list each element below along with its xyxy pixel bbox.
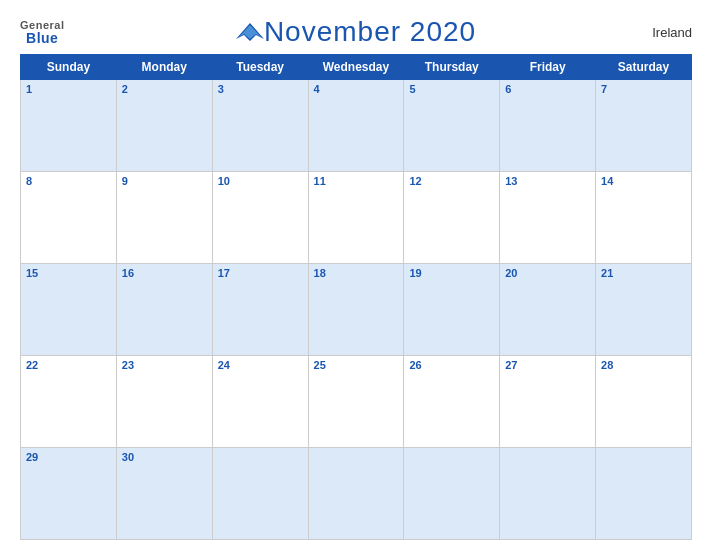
header-monday: Monday — [116, 55, 212, 80]
day-number: 5 — [409, 83, 415, 95]
weekday-header-row: Sunday Monday Tuesday Wednesday Thursday… — [21, 55, 692, 80]
day-number: 18 — [314, 267, 326, 279]
day-number: 13 — [505, 175, 517, 187]
calendar-table: Sunday Monday Tuesday Wednesday Thursday… — [20, 54, 692, 540]
calendar-cell: 10 — [212, 172, 308, 264]
header-wednesday: Wednesday — [308, 55, 404, 80]
header-thursday: Thursday — [404, 55, 500, 80]
calendar-cell: 26 — [404, 356, 500, 448]
day-number: 4 — [314, 83, 320, 95]
calendar-cell: 16 — [116, 264, 212, 356]
calendar-cell: 3 — [212, 80, 308, 172]
day-number: 14 — [601, 175, 613, 187]
calendar-cell — [308, 448, 404, 540]
calendar-cell: 22 — [21, 356, 117, 448]
calendar-cell: 15 — [21, 264, 117, 356]
day-number: 1 — [26, 83, 32, 95]
logo-bird-icon — [236, 21, 264, 43]
logo-text-block: General Blue — [20, 20, 64, 45]
calendar-cell: 14 — [596, 172, 692, 264]
country-label: Ireland — [652, 25, 692, 40]
svg-marker-1 — [238, 25, 262, 39]
calendar-cell: 17 — [212, 264, 308, 356]
calendar-week-row: 15161718192021 — [21, 264, 692, 356]
calendar-cell: 7 — [596, 80, 692, 172]
day-number: 3 — [218, 83, 224, 95]
day-number: 20 — [505, 267, 517, 279]
calendar-cell: 29 — [21, 448, 117, 540]
logo: General Blue — [236, 21, 264, 43]
day-number: 8 — [26, 175, 32, 187]
calendar-cell: 12 — [404, 172, 500, 264]
calendar-week-row: 1234567 — [21, 80, 692, 172]
day-number: 7 — [601, 83, 607, 95]
day-number: 12 — [409, 175, 421, 187]
day-number: 25 — [314, 359, 326, 371]
day-number: 27 — [505, 359, 517, 371]
logo-blue: Blue — [26, 31, 58, 45]
day-number: 16 — [122, 267, 134, 279]
calendar-cell: 19 — [404, 264, 500, 356]
calendar-cell: 28 — [596, 356, 692, 448]
calendar-cell: 4 — [308, 80, 404, 172]
calendar-cell: 13 — [500, 172, 596, 264]
calendar-cell: 11 — [308, 172, 404, 264]
calendar-cell: 25 — [308, 356, 404, 448]
day-number: 30 — [122, 451, 134, 463]
calendar-cell: 27 — [500, 356, 596, 448]
day-number: 23 — [122, 359, 134, 371]
day-number: 24 — [218, 359, 230, 371]
calendar-cell — [212, 448, 308, 540]
calendar-week-row: 2930 — [21, 448, 692, 540]
calendar-cell: 9 — [116, 172, 212, 264]
header-friday: Friday — [500, 55, 596, 80]
calendar-week-row: 22232425262728 — [21, 356, 692, 448]
day-number: 26 — [409, 359, 421, 371]
day-number: 22 — [26, 359, 38, 371]
day-number: 19 — [409, 267, 421, 279]
calendar-cell: 1 — [21, 80, 117, 172]
day-number: 9 — [122, 175, 128, 187]
calendar-cell: 24 — [212, 356, 308, 448]
calendar-cell: 23 — [116, 356, 212, 448]
calendar-cell: 20 — [500, 264, 596, 356]
day-number: 29 — [26, 451, 38, 463]
day-number: 28 — [601, 359, 613, 371]
header-saturday: Saturday — [596, 55, 692, 80]
calendar-cell — [596, 448, 692, 540]
day-number: 10 — [218, 175, 230, 187]
day-number: 15 — [26, 267, 38, 279]
calendar-cell: 6 — [500, 80, 596, 172]
day-number: 21 — [601, 267, 613, 279]
calendar-cell — [500, 448, 596, 540]
day-number: 17 — [218, 267, 230, 279]
calendar-week-row: 891011121314 — [21, 172, 692, 264]
day-number: 11 — [314, 175, 326, 187]
calendar-cell: 5 — [404, 80, 500, 172]
calendar-body: 1234567891011121314151617181920212223242… — [21, 80, 692, 540]
calendar-cell: 8 — [21, 172, 117, 264]
day-number: 2 — [122, 83, 128, 95]
header: General Blue November 2020 Ireland — [20, 10, 692, 50]
month-title: November 2020 — [264, 16, 476, 48]
day-number: 6 — [505, 83, 511, 95]
calendar-cell: 2 — [116, 80, 212, 172]
logo-general: General — [20, 20, 64, 31]
calendar-cell — [404, 448, 500, 540]
header-tuesday: Tuesday — [212, 55, 308, 80]
calendar-cell: 18 — [308, 264, 404, 356]
calendar-cell: 21 — [596, 264, 692, 356]
header-sunday: Sunday — [21, 55, 117, 80]
calendar-cell: 30 — [116, 448, 212, 540]
